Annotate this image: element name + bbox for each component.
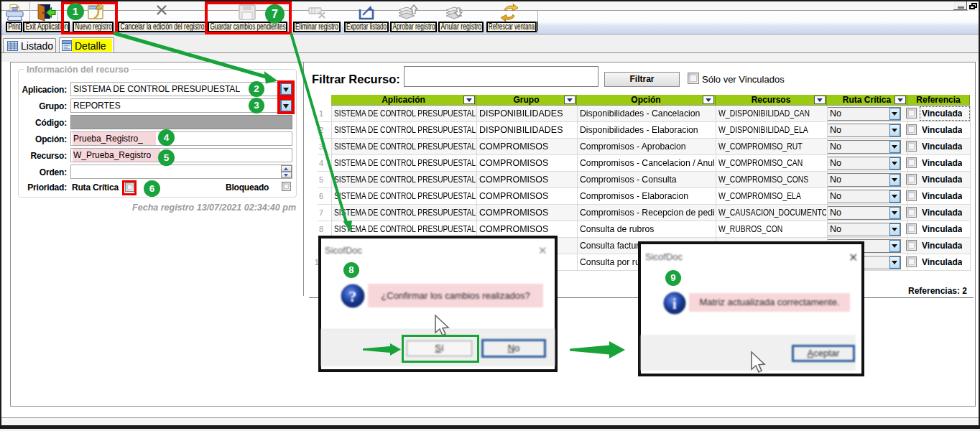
svg-text:?: ? — [349, 287, 357, 305]
svg-text:i: i — [672, 295, 677, 312]
